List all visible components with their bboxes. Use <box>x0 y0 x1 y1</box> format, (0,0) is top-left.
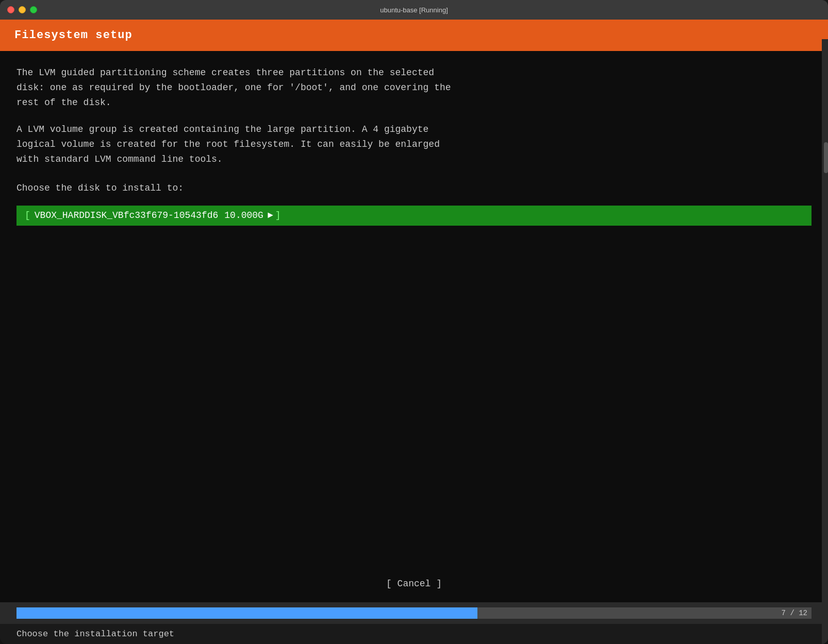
bottom-area: [ Cancel ] 7 / 12 Choose the installatio… <box>0 567 828 644</box>
disk-selector[interactable]: [ VBOX_HARDDISK_VBfc33f679-10543fd6 10.0… <box>16 206 812 226</box>
page-title: Filesystem setup <box>14 29 814 42</box>
scroll-thumb[interactable] <box>824 142 828 173</box>
vm-window: ubuntu-base [Running] Filesystem setup T… <box>0 0 828 644</box>
status-bar: Choose the installation target <box>0 624 828 644</box>
close-button[interactable] <box>7 6 14 13</box>
paragraph-gap-1 <box>16 110 812 122</box>
status-text: Choose the installation target <box>16 629 174 639</box>
minimize-button[interactable] <box>19 6 26 13</box>
disk-size: 10.000G <box>224 209 263 223</box>
progress-bar-container: 7 / 12 <box>16 607 812 619</box>
paragraph-gap-2 <box>16 167 812 179</box>
scroll-indicator <box>822 39 828 644</box>
maximize-button[interactable] <box>30 6 37 13</box>
titlebar: ubuntu-base [Running] <box>0 0 828 20</box>
bracket-left: [ <box>25 209 30 223</box>
paragraph1: The LVM guided partitioning scheme creat… <box>16 65 812 110</box>
disk-name: VBOX_HARDDISK_VBfc33f679-10543fd6 <box>35 209 218 223</box>
header-bar: Filesystem setup <box>0 20 828 51</box>
disk-arrow: ► <box>268 209 273 223</box>
button-row: [ Cancel ] <box>0 567 828 602</box>
progress-area: 7 / 12 <box>0 602 828 624</box>
traffic-lights <box>7 6 37 13</box>
progress-bar-fill <box>16 607 477 619</box>
cancel-button[interactable]: [ Cancel ] <box>380 575 448 592</box>
vm-screen: Filesystem setup The LVM guided partitio… <box>0 20 828 644</box>
progress-label: 7 / 12 <box>782 609 807 617</box>
choose-label: Choose the disk to install to: <box>16 181 812 195</box>
paragraph2: A LVM volume group is created containing… <box>16 122 812 166</box>
window-title: ubuntu-base [Running] <box>380 6 448 14</box>
bracket-right: ] <box>275 209 281 223</box>
terminal-content: The LVM guided partitioning scheme creat… <box>0 51 828 567</box>
